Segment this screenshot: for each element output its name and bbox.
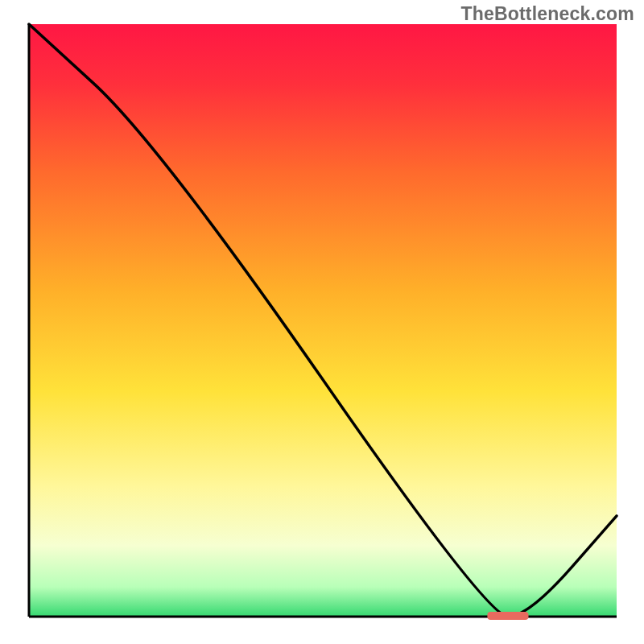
optimal-marker xyxy=(487,612,528,620)
bottleneck-chart xyxy=(0,0,644,644)
chart-stage: TheBottleneck.com xyxy=(0,0,644,644)
plot-background xyxy=(29,24,617,617)
watermark-text: TheBottleneck.com xyxy=(460,3,634,25)
